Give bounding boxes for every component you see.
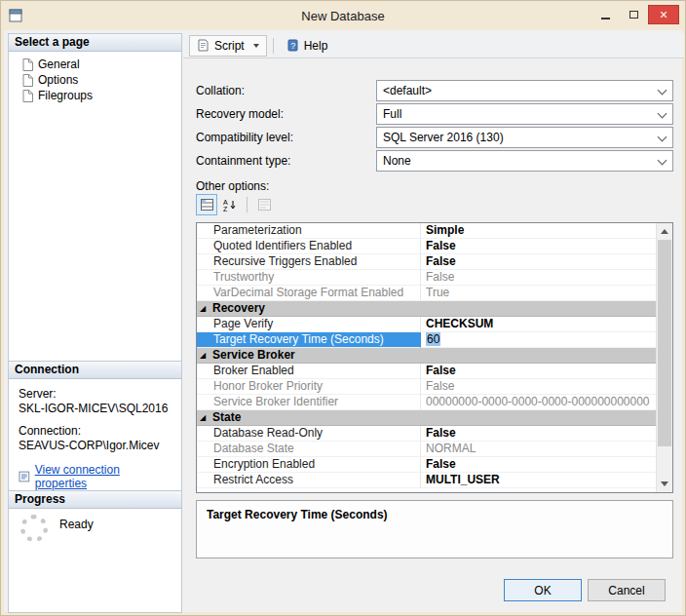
alphabetical-sort-icon: AZ	[223, 199, 237, 212]
property-name-cell[interactable]: Parameterization	[197, 223, 421, 239]
ok-button[interactable]: OK	[504, 579, 582, 601]
property-value-cell[interactable]: False	[421, 379, 656, 395]
main-toolbar: Script ? Help	[183, 33, 684, 58]
property-name-cell[interactable]: Honor Broker Priority	[197, 379, 421, 395]
grid-property-row[interactable]: Broker EnabledFalse	[197, 364, 656, 379]
view-connection-properties-link[interactable]: View connection properties	[19, 463, 172, 490]
categorized-button[interactable]	[196, 194, 217, 215]
titlebar[interactable]: New Database ×	[1, 1, 685, 30]
grid-property-row[interactable]: Service Broker Identifier00000000-0000-0…	[197, 395, 656, 410]
property-name-cell[interactable]: VarDecimal Storage Format Enabled	[197, 286, 421, 301]
property-value-cell[interactable]: CHECKSUM	[421, 317, 656, 332]
help-button[interactable]: ? Help	[280, 35, 335, 57]
grid-property-row[interactable]: Quoted Identifiers EnabledFalse	[197, 239, 656, 254]
collation-value: <default>	[383, 84, 432, 97]
property-name-cell[interactable]: Page Verify	[197, 317, 421, 332]
property-value-cell[interactable]: False	[421, 254, 656, 270]
property-value-cell[interactable]: False	[421, 239, 656, 254]
property-name-cell[interactable]: Recursive Triggers Enabled	[197, 254, 421, 270]
grid-property-row[interactable]: Encryption EnabledFalse	[197, 457, 656, 473]
sidebar-item-label: Filegroups	[38, 89, 93, 102]
sidebar-item-general[interactable]: General	[9, 57, 181, 72]
recovery-model-select[interactable]: Full	[376, 103, 673, 125]
alphabetical-sort-button[interactable]: AZ	[219, 194, 241, 215]
property-value-cell[interactable]: False	[421, 426, 656, 442]
property-name-cell[interactable]: Quoted Identifiers Enabled	[197, 239, 421, 254]
page-icon	[22, 74, 33, 87]
grid-category-row[interactable]: ◢Recovery	[197, 301, 656, 317]
connection-value: SEAVUS-CORP\Igor.Micev	[19, 439, 172, 452]
chevron-down-icon	[658, 109, 667, 119]
property-name-cell[interactable]: Broker Enabled	[197, 364, 421, 379]
scroll-down-button[interactable]	[657, 476, 672, 492]
grid-property-row[interactable]: Database StateNORMAL	[197, 442, 656, 457]
close-button[interactable]: ×	[648, 5, 679, 24]
scroll-up-button[interactable]	[657, 223, 672, 240]
page-icon	[22, 58, 33, 71]
sidebar-item-label: Options	[38, 73, 78, 87]
property-value-cell[interactable]: True	[421, 286, 656, 301]
collapse-triangle-icon[interactable]: ◢	[200, 302, 206, 316]
categorized-icon	[201, 199, 213, 211]
grid-category-row[interactable]: ◢Service Broker	[197, 348, 656, 364]
compatibility-level-select[interactable]: SQL Server 2016 (130)	[376, 127, 673, 148]
property-value-cell[interactable]: 60	[421, 332, 656, 348]
script-dropdown-arrow-icon	[253, 44, 259, 48]
property-value-cell[interactable]: False	[421, 457, 656, 473]
collation-select[interactable]: <default>	[376, 80, 673, 101]
property-value-cell[interactable]: False	[421, 364, 656, 379]
script-button[interactable]: Script	[189, 35, 267, 57]
minimize-button[interactable]	[591, 5, 619, 24]
grid-property-row[interactable]: ParameterizationSimple	[197, 223, 656, 239]
page-icon	[22, 90, 33, 102]
sidebar-item-filegroups[interactable]: Filegroups	[9, 88, 181, 103]
property-name-cell[interactable]: Target Recovery Time (Seconds)	[197, 332, 421, 348]
containment-type-select[interactable]: None	[376, 150, 673, 172]
grid-property-row[interactable]: Recursive Triggers EnabledFalse	[197, 254, 656, 270]
collation-label: Collation:	[196, 84, 245, 97]
property-value-cell[interactable]: 00000000-0000-0000-0000-000000000000	[421, 395, 656, 410]
script-icon	[197, 39, 210, 52]
cancel-button[interactable]: Cancel	[588, 579, 666, 601]
collapse-triangle-icon[interactable]: ◢	[200, 411, 206, 425]
grid-property-row[interactable]: Page VerifyCHECKSUM	[197, 317, 656, 332]
select-page-panel: Select a page GeneralOptionsFilegroups	[8, 33, 182, 362]
property-name-cell[interactable]: Encryption Enabled	[197, 457, 421, 473]
grid-scrollbar[interactable]	[656, 223, 672, 492]
maximize-button[interactable]	[620, 5, 647, 24]
chevron-down-icon	[658, 133, 667, 142]
grid-property-row[interactable]: VarDecimal Storage Format EnabledTrue	[197, 286, 656, 301]
scrollbar-thumb[interactable]	[658, 240, 671, 446]
window-title: New Database	[1, 9, 685, 23]
grid-property-row[interactable]: Restrict AccessMULTI_USER	[197, 473, 656, 488]
grid-property-row[interactable]: Honor Broker PriorityFalse	[197, 379, 656, 395]
connection-label: Connection:	[19, 424, 172, 438]
grid-property-row[interactable]: Database Read-OnlyFalse	[197, 426, 656, 442]
property-grid-toolbar: AZ	[196, 193, 275, 216]
property-value-cell[interactable]: False	[421, 270, 656, 286]
property-value-cell[interactable]: MULTI_USER	[421, 473, 656, 488]
chevron-down-icon	[658, 156, 667, 166]
property-value-cell[interactable]: Simple	[421, 223, 656, 239]
grid-property-row[interactable]: Target Recovery Time (Seconds)60	[197, 332, 656, 348]
grid-category-row[interactable]: ◢State	[197, 410, 656, 426]
property-name-cell[interactable]: Trustworthy	[197, 270, 421, 286]
property-grid-rows: ParameterizationSimpleQuoted Identifiers…	[197, 223, 656, 492]
property-name-cell[interactable]: Database Read-Only	[197, 426, 421, 442]
view-connection-properties-label: View connection properties	[35, 463, 172, 490]
connection-header: Connection	[9, 362, 181, 379]
maximize-icon	[629, 11, 638, 19]
property-value-cell[interactable]: NORMAL	[421, 442, 656, 457]
category-name: State	[212, 410, 241, 424]
category-name: Recovery	[212, 301, 265, 315]
chevron-down-icon	[658, 86, 667, 96]
property-name-cell[interactable]: Service Broker Identifier	[197, 395, 421, 410]
connection-panel: Connection Server: SKL-IGOR-MICEV\SQL201…	[8, 361, 182, 491]
property-name-cell[interactable]: Restrict Access	[197, 473, 421, 488]
script-button-label: Script	[214, 39, 245, 53]
grid-property-row[interactable]: TrustworthyFalse	[197, 270, 656, 286]
sidebar-item-options[interactable]: Options	[9, 72, 181, 88]
collapse-triangle-icon[interactable]: ◢	[200, 349, 206, 363]
property-name-cell[interactable]: Database State	[197, 442, 421, 457]
progress-header: Progress	[9, 491, 181, 509]
